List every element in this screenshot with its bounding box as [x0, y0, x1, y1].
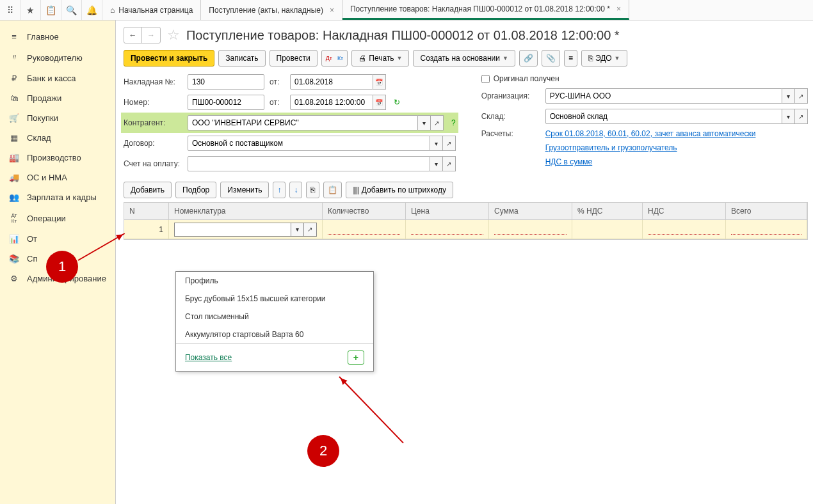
- sidebar-item-operations[interactable]: ДтКтОперации: [0, 207, 115, 229]
- org-input[interactable]: [545, 88, 782, 104]
- refresh-icon[interactable]: ↻: [394, 98, 400, 107]
- dropdown-item[interactable]: Аккумулятор стартовый Варта 60: [176, 326, 373, 343]
- calc-link[interactable]: Срок 01.08.2018, 60.01, 60.02, зачет ава…: [545, 129, 756, 138]
- nomenclature-dropdown: Профиль Брус дубовый 15х15 высшей катего…: [175, 271, 374, 372]
- search-icon[interactable]: 🔍: [61, 0, 82, 20]
- counterparty-input[interactable]: [188, 115, 418, 130]
- cell-vat[interactable]: [572, 220, 643, 239]
- forward-button: →: [142, 28, 160, 43]
- dropdown-icon[interactable]: ▾: [291, 223, 304, 237]
- truck-icon: 🚚: [9, 173, 19, 182]
- top-toolbar: ⠿ ★ 📋 🔍 🔔 ⌂ Начальная страница Поступлен…: [0, 0, 813, 20]
- pick-button[interactable]: Подбор: [175, 182, 216, 198]
- cell-sum[interactable]: [489, 220, 572, 239]
- factory-icon: 🏭: [9, 153, 19, 162]
- cell-nomenclature[interactable]: ▾ ↗: [169, 220, 323, 239]
- nav-buttons: ← →: [124, 27, 161, 43]
- col-total: Всего: [726, 203, 807, 219]
- table-row[interactable]: 1 ▾ ↗: [124, 220, 807, 239]
- sidebar-item-main[interactable]: ≡Главное: [0, 27, 115, 47]
- open-icon[interactable]: ↗: [795, 88, 808, 104]
- sidebar-item-payroll[interactable]: 👥Зарплата и кадры: [0, 187, 115, 207]
- tab-current[interactable]: Поступление товаров: Накладная ПШ00-0000…: [342, 0, 629, 20]
- clipboard-icon[interactable]: 📋: [41, 0, 61, 20]
- bell-icon[interactable]: 🔔: [82, 0, 102, 20]
- down-button[interactable]: ↓: [289, 182, 302, 198]
- number-label: Номер:: [124, 98, 182, 107]
- apps-icon[interactable]: ⠿: [0, 0, 20, 20]
- back-button[interactable]: ←: [124, 28, 142, 43]
- copy-button[interactable]: ⎘: [306, 182, 319, 198]
- date1-input[interactable]: [290, 74, 373, 90]
- contract-label: Договор:: [124, 139, 182, 148]
- related-button[interactable]: 🔗: [519, 50, 538, 67]
- tab-label: Поступление товаров: Накладная ПШ00-0000…: [350, 4, 610, 13]
- sidebar-item-bank[interactable]: ₽Банк и касса: [0, 68, 115, 88]
- help-icon[interactable]: ?: [451, 118, 456, 127]
- cell-qty[interactable]: [323, 220, 406, 239]
- add-button[interactable]: Добавить: [124, 182, 172, 198]
- items-table: N Номенклатура Количество Цена Сумма % Н…: [124, 202, 808, 240]
- dropdown-item[interactable]: Брус дубовый 15х15 высшей категории: [176, 290, 373, 308]
- cell-price[interactable]: [406, 220, 489, 239]
- cell-nds[interactable]: [643, 220, 726, 239]
- post-button[interactable]: Провести: [270, 50, 318, 67]
- sidebar-item-purchases[interactable]: 🛒Покупки: [0, 108, 115, 128]
- bars-icon: 📊: [9, 234, 19, 244]
- save-button[interactable]: Записать: [218, 50, 265, 67]
- open-icon[interactable]: ↗: [443, 156, 456, 171]
- sidebar-item-production[interactable]: 🏭Производство: [0, 148, 115, 168]
- nds-link[interactable]: НДС в сумме: [545, 157, 593, 166]
- open-icon[interactable]: ↗: [795, 109, 808, 124]
- star-icon[interactable]: ★: [20, 0, 41, 20]
- up-button[interactable]: ↑: [273, 182, 286, 198]
- sidebar-item-manager[interactable]: 〃Руководителю: [0, 47, 115, 68]
- paste-button[interactable]: 📋: [323, 182, 342, 198]
- original-checkbox[interactable]: Оригинал получен: [481, 74, 559, 83]
- dropdown-item[interactable]: Стол письменный: [176, 308, 373, 326]
- tab-home[interactable]: ⌂ Начальная страница: [102, 0, 201, 20]
- favorite-icon[interactable]: ☆: [167, 27, 180, 43]
- add-new-button[interactable]: +: [348, 350, 364, 365]
- annotation-1: 1: [46, 251, 78, 283]
- sidebar-item-assets[interactable]: 🚚ОС и НМА: [0, 168, 115, 187]
- cart-icon: 🛒: [9, 113, 19, 123]
- dtkt-button[interactable]: ДтКт: [321, 50, 348, 67]
- nomenclature-input[interactable]: [174, 223, 291, 237]
- calendar-icon[interactable]: 📅: [373, 95, 386, 110]
- cell-total[interactable]: [726, 220, 807, 239]
- open-icon[interactable]: ↗: [304, 223, 317, 237]
- menu-icon: ≡: [9, 32, 19, 42]
- dropdown-icon[interactable]: ▾: [782, 109, 795, 124]
- create-based-button[interactable]: Создать на основании▼: [413, 50, 515, 67]
- sidebar-item-warehouse[interactable]: ▦Склад: [0, 128, 115, 148]
- dropdown-icon[interactable]: ▾: [430, 136, 443, 151]
- close-icon[interactable]: ×: [330, 6, 334, 15]
- invoice-no-input[interactable]: [188, 74, 264, 90]
- print-button[interactable]: 🖨Печать▼: [351, 50, 409, 67]
- contract-input[interactable]: [188, 136, 430, 151]
- edo-button[interactable]: ⎘ЭДО▼: [581, 50, 627, 67]
- warehouse-input[interactable]: [545, 109, 782, 124]
- dropdown-icon[interactable]: ▾: [418, 115, 431, 130]
- dropdown-icon[interactable]: ▾: [430, 156, 443, 171]
- ship-link[interactable]: Грузоотправитель и грузополучатель: [545, 143, 677, 152]
- open-icon[interactable]: ↗: [431, 115, 444, 130]
- dropdown-icon[interactable]: ▾: [782, 88, 795, 104]
- sidebar-item-sales[interactable]: 🛍Продажи: [0, 88, 115, 108]
- show-all-link[interactable]: Показать все: [185, 353, 232, 362]
- dropdown-item[interactable]: Профиль: [176, 272, 373, 290]
- datetime-input[interactable]: [290, 95, 373, 110]
- barcode-button[interactable]: |||Добавить по штрихкоду: [346, 182, 453, 198]
- number-input[interactable]: [188, 95, 264, 110]
- post-close-button[interactable]: Провести и закрыть: [124, 50, 214, 67]
- attach-button[interactable]: 📎: [542, 50, 560, 67]
- close-icon[interactable]: ×: [616, 4, 621, 13]
- sidebar-item-reports[interactable]: 📊От: [0, 229, 115, 249]
- tab-receipts[interactable]: Поступление (акты, накладные) ×: [201, 0, 342, 20]
- account-input[interactable]: [188, 156, 430, 171]
- list-button[interactable]: ≡: [564, 50, 577, 67]
- calendar-icon[interactable]: 📅: [373, 74, 386, 90]
- change-button[interactable]: Изменить: [220, 182, 269, 198]
- open-icon[interactable]: ↗: [443, 136, 456, 151]
